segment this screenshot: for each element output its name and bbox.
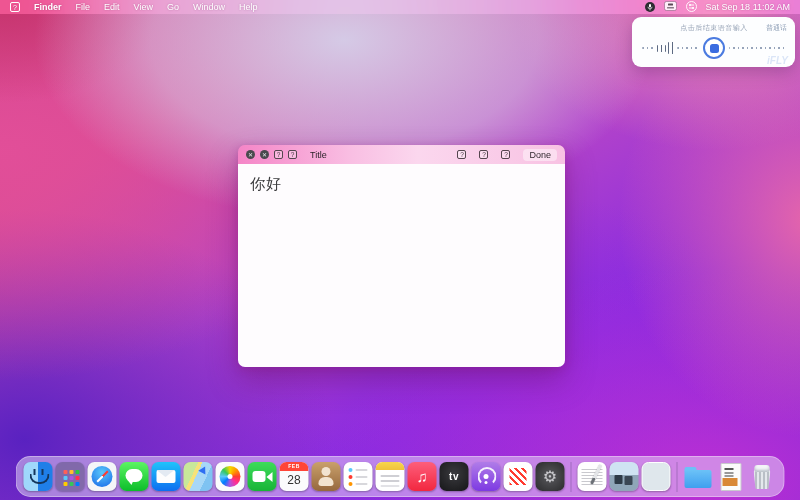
toolbar-icon-placeholder-2[interactable]: ? bbox=[288, 150, 297, 159]
input-source-icon[interactable] bbox=[664, 1, 677, 13]
toolbar-icon-placeholder-4[interactable]: ? bbox=[479, 150, 488, 159]
dock-messages[interactable] bbox=[120, 462, 149, 491]
menu-help[interactable]: Help bbox=[239, 2, 258, 12]
dock-notes[interactable] bbox=[376, 462, 405, 491]
menu-window[interactable]: Window bbox=[193, 2, 225, 12]
dock-news[interactable] bbox=[504, 462, 533, 491]
text-content-area[interactable]: 你好 bbox=[238, 164, 565, 367]
dock-reminders[interactable] bbox=[344, 462, 373, 491]
menu-bar: ? Finder File Edit View Go Window Help S… bbox=[0, 0, 800, 14]
toolbar-icon-placeholder-5[interactable]: ? bbox=[501, 150, 510, 159]
iflytek-watermark: iFLY bbox=[767, 55, 788, 66]
dock-photos[interactable] bbox=[216, 462, 245, 491]
waveform-dots-mid bbox=[677, 47, 699, 49]
mic-glyph bbox=[647, 4, 653, 11]
waveform-dots-left bbox=[642, 47, 655, 49]
dock-launchpad[interactable] bbox=[56, 462, 85, 491]
dock-trash[interactable] bbox=[748, 462, 777, 491]
toolbar-icon-placeholder-1[interactable]: ? bbox=[274, 150, 283, 159]
control-center-icon[interactable] bbox=[686, 1, 697, 14]
dock-textedit[interactable] bbox=[578, 462, 607, 491]
dock-contacts[interactable] bbox=[312, 462, 341, 491]
dock-divider-2 bbox=[677, 462, 678, 492]
titlebar-right-group: ? ? ? Done bbox=[457, 149, 557, 161]
calendar-day: 28 bbox=[280, 471, 309, 491]
dock-system-preferences[interactable]: ⚙ bbox=[536, 462, 565, 491]
dock-divider-1 bbox=[571, 462, 572, 492]
calendar-month: FEB bbox=[280, 462, 309, 471]
dock-document[interactable] bbox=[716, 462, 745, 491]
window-title: Title bbox=[310, 150, 327, 160]
waveform-bars-medium bbox=[657, 45, 666, 52]
dictation-popup: 点击后结束语音输入 普通话 iFLY bbox=[632, 17, 795, 67]
app-window: ✕ ✕ ? ? Title ? ? ? Done 你好 bbox=[238, 145, 565, 367]
menubar-status-area: Sat Sep 18 11:02 AM bbox=[645, 1, 790, 14]
dictation-waveform bbox=[640, 37, 787, 59]
music-note-icon: ♫ bbox=[416, 468, 427, 485]
waveform-dots-right bbox=[729, 47, 785, 49]
tv-logo: tv bbox=[449, 471, 459, 482]
waveform-bars-tall bbox=[668, 42, 675, 54]
dictation-header: 点击后结束语音输入 普通话 bbox=[640, 23, 787, 33]
apple-menu-icon[interactable]: ? bbox=[10, 2, 20, 12]
stop-icon bbox=[710, 44, 719, 53]
toolbar-icon-placeholder-3[interactable]: ? bbox=[457, 150, 466, 159]
dock-screenshot-preview[interactable] bbox=[610, 462, 639, 491]
dock-mail[interactable] bbox=[152, 462, 181, 491]
menu-view[interactable]: View bbox=[134, 2, 153, 12]
keyboard-glyph bbox=[664, 1, 677, 11]
dock-facetime[interactable] bbox=[248, 462, 277, 491]
stop-dictation-button[interactable] bbox=[703, 37, 725, 59]
window-titlebar[interactable]: ✕ ✕ ? ? Title ? ? ? Done bbox=[238, 145, 565, 164]
dictation-mic-icon[interactable] bbox=[645, 2, 655, 12]
menu-edit[interactable]: Edit bbox=[104, 2, 120, 12]
record-button-1[interactable]: ✕ bbox=[246, 150, 255, 159]
dock-tv[interactable]: tv bbox=[440, 462, 469, 491]
record-button-2[interactable]: ✕ bbox=[260, 150, 269, 159]
desktop: ? Finder File Edit View Go Window Help S… bbox=[0, 0, 800, 500]
done-button[interactable]: Done bbox=[523, 149, 557, 161]
typed-text: 你好 bbox=[250, 175, 282, 192]
dock: FEB 28 ♫ tv ⚙ bbox=[16, 456, 785, 497]
menubar-clock[interactable]: Sat Sep 18 11:02 AM bbox=[706, 2, 790, 12]
menu-finder[interactable]: Finder bbox=[34, 2, 62, 12]
menu-go[interactable]: Go bbox=[167, 2, 179, 12]
dock-blank-app[interactable] bbox=[642, 462, 671, 491]
dock-finder[interactable] bbox=[24, 462, 53, 491]
dock-downloads-folder[interactable] bbox=[684, 462, 713, 491]
gear-icon: ⚙ bbox=[543, 467, 557, 486]
dictation-hint: 点击后结束语音输入 bbox=[640, 23, 766, 33]
menu-file[interactable]: File bbox=[76, 2, 91, 12]
dock-calendar[interactable]: FEB 28 bbox=[280, 462, 309, 491]
dock-maps[interactable] bbox=[184, 462, 213, 491]
control-center-glyph bbox=[686, 1, 697, 12]
dock-safari[interactable] bbox=[88, 462, 117, 491]
dock-music[interactable]: ♫ bbox=[408, 462, 437, 491]
dictation-language[interactable]: 普通话 bbox=[766, 23, 787, 33]
dock-podcasts[interactable] bbox=[472, 462, 501, 491]
